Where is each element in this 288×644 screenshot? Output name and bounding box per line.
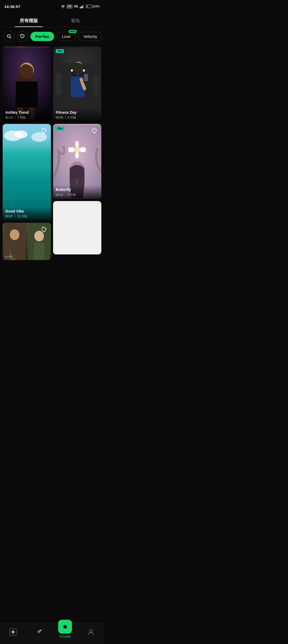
card-meta-butterfly: 00:10 9 片段: [56, 193, 99, 197]
svg-rect-0: [80, 7, 81, 8]
status-bar: 14:36:57 HD 4G 18%: [0, 0, 104, 12]
search-icon: [7, 34, 11, 39]
meta-sep: [15, 215, 15, 218]
heart-btn-goodvibe[interactable]: [40, 127, 48, 135]
pro-badge-butterfly: Pro: [56, 127, 64, 131]
meta-sep: [15, 116, 15, 119]
svg-point-45: [90, 630, 92, 632]
card-good-vibe[interactable]: Good Vibe 00:07 11 片段: [3, 124, 51, 221]
template-grid: Ashley Trend 00:10 7 片段: [0, 45, 104, 281]
svg-point-44: [40, 630, 41, 631]
velocity-label: Velocity: [83, 34, 97, 39]
nav-create[interactable]: [5, 628, 21, 636]
ocean-waves: [3, 162, 51, 201]
battery-icon: [86, 5, 93, 8]
svg-point-31: [75, 141, 79, 147]
nav-ai-icon: [35, 628, 43, 636]
nav-music-template-icon: [58, 620, 72, 634]
meta-sep: [65, 194, 66, 196]
card-bottom-left[interactable]: SLOW: [3, 223, 51, 260]
svg-point-27: [83, 69, 85, 72]
filter-velocity[interactable]: Velocity: [78, 32, 102, 41]
card-info-goodvibe: Good Vibe 00:07 11 片段: [3, 207, 51, 221]
filter-row: ForYou NEW Love Velocity: [0, 27, 104, 45]
collage-photo-1: [3, 223, 27, 260]
svg-rect-3: [83, 5, 84, 8]
hd-badge: HD: [67, 5, 72, 8]
bottom-nav: 音乐模板: [0, 623, 104, 644]
tab-all-templates[interactable]: 所有模版: [5, 14, 52, 27]
svg-rect-13: [4, 223, 25, 260]
card-title-goodvibe: Good Vibe: [5, 209, 48, 213]
svg-rect-26: [84, 74, 88, 81]
battery-percent: 18%: [93, 5, 100, 8]
duration-butterfly: 00:10: [56, 193, 63, 197]
segments-ashley: 7 片段: [17, 116, 26, 120]
svg-rect-21: [94, 76, 99, 94]
heart-btn-butterfly[interactable]: [90, 127, 99, 135]
tab-hottest[interactable]: 最热: [52, 14, 99, 27]
nav-profile[interactable]: [83, 628, 99, 636]
duration-ashley: 00:10: [5, 116, 13, 119]
nav-ai[interactable]: [31, 628, 47, 636]
card-title-butterfly: Butterfly: [56, 187, 99, 192]
grid-left-column: Ashley Trend 00:10 7 片段: [3, 46, 51, 260]
nav-profile-icon: [87, 628, 95, 636]
segments-goodvibe: 11 片段: [17, 214, 27, 218]
svg-rect-2: [82, 6, 83, 8]
card-info-fitness: Fitness Day 00:08 4 片段: [53, 108, 101, 122]
svg-rect-9: [16, 81, 38, 108]
svg-point-39: [74, 147, 80, 152]
search-button[interactable]: [4, 31, 14, 42]
segments-butterfly: 9 片段: [68, 193, 76, 197]
battery-container: 18%: [86, 5, 100, 8]
profile-icon: [87, 628, 95, 636]
meta-sep: [65, 116, 66, 119]
card-fitness-day[interactable]: Pro Fitness Day 00:08 4 片段: [53, 46, 101, 122]
card-white[interactable]: [53, 201, 101, 254]
ai-icon: [35, 628, 43, 636]
4g-badge: 4G: [74, 5, 78, 8]
card-info-ashley: Ashley Trend 00:10 7 片段: [3, 108, 51, 122]
pro-badge-fitness: Pro: [56, 49, 64, 53]
heart-icon: [20, 34, 25, 39]
foryou-label: ForYou: [35, 34, 49, 39]
svg-rect-1: [81, 6, 82, 8]
nav-music-template[interactable]: 音乐模板: [57, 625, 73, 639]
svg-rect-17: [34, 243, 44, 260]
filter-love[interactable]: NEW Love: [57, 32, 76, 41]
svg-rect-20: [56, 74, 61, 95]
nav-music-template-label: 音乐模板: [59, 635, 71, 639]
thumb-white: [53, 201, 101, 254]
card-ashley-trend[interactable]: Ashley Trend 00:10 7 片段: [3, 46, 51, 122]
card-info-butterfly: Butterfly 00:10 9 片段: [53, 185, 101, 199]
wifi-icon: [61, 5, 65, 8]
signal-icon: [80, 5, 85, 8]
card-title-fitness: Fitness Day: [56, 110, 99, 115]
card-title-ashley: Ashley Trend: [5, 110, 48, 115]
top-tabs: 所有模版 最热: [0, 14, 104, 27]
heart-btn-bottom[interactable]: [40, 225, 48, 234]
card-meta-goodvibe: 00:07 11 片段: [5, 214, 48, 218]
svg-point-11: [14, 130, 27, 138]
card-meta-ashley: 00:10 7 片段: [5, 116, 48, 120]
grid-right-column: Pro Fitness Day 00:08 4 片段: [53, 46, 101, 260]
svg-line-5: [10, 37, 11, 38]
love-label: Love: [62, 34, 71, 39]
star-icon: [61, 623, 69, 630]
svg-point-32: [75, 152, 79, 158]
svg-point-28: [71, 69, 73, 72]
plus-icon: [9, 628, 17, 636]
battery-fill: [87, 5, 88, 7]
favorites-button[interactable]: [17, 31, 28, 42]
thumb-goodvibe: [3, 124, 51, 221]
card-butterfly[interactable]: Pro Butterfly 00:10 9 片段: [53, 124, 101, 199]
filter-foryou[interactable]: ForYou: [30, 32, 54, 41]
new-badge: NEW: [69, 30, 77, 33]
svg-point-14: [10, 229, 19, 240]
duration-fitness: 00:08: [56, 116, 63, 119]
card-meta-fitness: 00:08 4 片段: [56, 116, 99, 120]
status-icons: HD 4G 18%: [61, 5, 100, 8]
status-time: 14:36:57: [4, 4, 20, 9]
segments-fitness: 4 片段: [68, 116, 76, 120]
